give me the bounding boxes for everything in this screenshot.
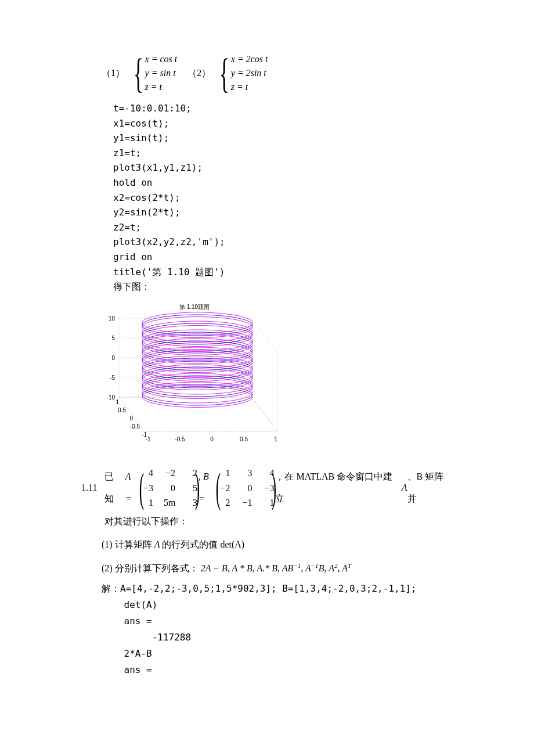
ztick-m10: -10 xyxy=(107,394,116,401)
matrix-cell: 0 xyxy=(240,483,252,494)
ytick-05: 0.5 xyxy=(118,407,126,413)
matrix-cell: −1 xyxy=(240,497,252,508)
xtick-m05: -0.5 xyxy=(175,436,185,442)
matA-label: A = xyxy=(125,466,139,510)
matrix-B: ( 134−20−32−11 ) xyxy=(218,467,274,508)
sub1-mid1: 的行列式的值 xyxy=(160,539,218,549)
sys1-l3: z = t xyxy=(145,80,178,94)
svg-line-9 xyxy=(251,397,277,431)
matrix-A: ( 4−22−30515m3 ) xyxy=(142,467,197,508)
sub-items: (1) 计算矩阵 A 的行列式的值 det(A) (2) 分别计算下列各式： 2… xyxy=(102,532,534,581)
ztick-0: 0 xyxy=(111,355,115,361)
sub1-pre: (1) 计算矩阵 xyxy=(102,539,154,549)
p111-pre: 已知 xyxy=(104,466,123,510)
problem-1-11: 1.11 已知 A = ( 4−22−30515m3 ) , B = ( 134… xyxy=(81,466,453,532)
sys1-label: （1） xyxy=(102,67,125,80)
p111-post1: ，在 MATLAB 命令窗口中建立 xyxy=(275,466,401,510)
sub-1: (1) 计算矩阵 A 的行列式的值 det(A) xyxy=(102,532,534,557)
matrix-cell: 3 xyxy=(240,467,252,478)
sys2-l1: x = 2cos t xyxy=(231,52,268,66)
code-block-2: 解：A=[4,-2,2;-3,0,5;1,5*902,3]; B=[1,3,4;… xyxy=(102,581,534,678)
xtick-0: 0 xyxy=(210,436,214,442)
sys1-l1: x = cos t xyxy=(145,52,178,66)
ztick-5: 5 xyxy=(111,335,115,341)
problem-number: 1.11 xyxy=(81,477,104,499)
p111-line2: 对其进行以下操作： xyxy=(104,510,453,532)
sys2-l2: y = 2sin t xyxy=(231,66,268,80)
matrix-cell: 5m xyxy=(164,497,175,508)
system-1: { x = cos t y = sin t z = t xyxy=(128,52,177,94)
svg-line-8 xyxy=(251,318,277,352)
chart-svg: 10 5 0 -5 -10 1 0.5 0 -0.5 -1 -1 -0. xyxy=(87,312,284,446)
svg-marker-7 xyxy=(119,397,277,431)
matrix-A-expr: A = ( 4−22−30515m3 ) , B = ( 134−20−32−1… xyxy=(123,466,276,510)
ytick-0: 0 xyxy=(129,415,133,422)
svg-point-37 xyxy=(142,384,252,405)
xtick-m1: -1 xyxy=(146,436,151,442)
svg-point-13 xyxy=(142,321,252,342)
equation-systems: （1） { x = cos t y = sin t z = t （2） { x … xyxy=(102,52,534,94)
svg-point-21 xyxy=(142,356,252,377)
svg-point-15 xyxy=(142,330,252,351)
brace-left-1: { xyxy=(134,52,143,94)
svg-point-17 xyxy=(142,339,252,359)
matrix-cell: 0 xyxy=(164,483,175,494)
xtick-05: 0.5 xyxy=(240,436,248,442)
sys1-lines: x = cos t y = sin t z = t xyxy=(145,52,178,94)
chart-title: 第 1.10题图 xyxy=(104,303,284,311)
svg-point-11 xyxy=(142,312,252,333)
xtick-1: 1 xyxy=(274,436,277,442)
svg-point-23 xyxy=(142,365,252,386)
letter-A: A xyxy=(402,477,407,499)
p111-post2: 、B 矩阵并 xyxy=(407,466,453,510)
matB-label: , B = xyxy=(199,466,217,510)
ytick-m05: -0.5 xyxy=(130,423,140,430)
svg-point-25 xyxy=(142,373,252,394)
sub-2: (2) 分别计算下列各式： 2A − B, A * B, A.* B, AB−1… xyxy=(102,556,534,581)
brace-left-2: { xyxy=(219,52,229,94)
matrix-cell: −2 xyxy=(164,467,175,478)
sub2-pre: (2) 分别计算下列各式： xyxy=(102,563,199,573)
ztick-m5: -5 xyxy=(110,375,115,381)
sys2-l3: z = t xyxy=(231,80,268,94)
ytick-1: 1 xyxy=(116,399,119,405)
code-block-1: t=-10:0.01:10; x1=cos(t); y1=sin(t); z1=… xyxy=(113,101,534,294)
sub1-det: det(A) xyxy=(220,539,244,549)
chart-3d-helix: 第 1.10题图 xyxy=(87,303,534,448)
system-2: { x = 2cos t y = 2sin t z = t xyxy=(214,52,268,94)
sys1-l2: y = sin t xyxy=(145,66,178,80)
sys2-label: （2） xyxy=(187,67,211,80)
sub2-expr: 2A − B, A * B, A.* B, AB−1, A−1B, A2, AT xyxy=(201,563,351,573)
ztick-10: 10 xyxy=(109,315,116,322)
helix-curves xyxy=(142,312,252,408)
sys2-lines: x = 2cos t y = 2sin t z = t xyxy=(231,52,268,94)
svg-point-27 xyxy=(142,382,252,403)
svg-point-12 xyxy=(142,316,252,337)
